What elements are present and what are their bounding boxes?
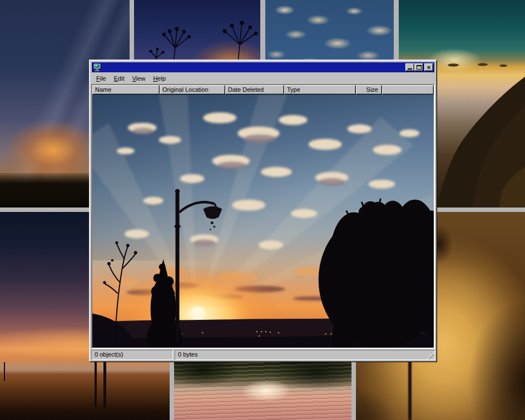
- status-object-count: 0 object(s): [91, 350, 173, 360]
- minimize-button[interactable]: [405, 63, 414, 71]
- column-header-date-deleted[interactable]: Date Deleted: [225, 85, 284, 95]
- window-controls: ×: [405, 63, 433, 71]
- status-bar: 0 object(s) 0 bytes: [91, 350, 435, 360]
- recycle-bin-window: × File Edit View Help Name Original Loca…: [89, 60, 437, 362]
- maximize-button[interactable]: [414, 63, 423, 71]
- column-header-original-location[interactable]: Original Location: [160, 85, 225, 95]
- water-pole: [95, 355, 97, 407]
- application-icon: [93, 63, 102, 71]
- menu-file[interactable]: File: [92, 74, 110, 83]
- water-pole: [4, 362, 5, 381]
- close-icon: ×: [427, 65, 430, 70]
- lamppost-pole-silhouette: [408, 358, 412, 420]
- column-header-blank[interactable]: [382, 85, 434, 95]
- status-total-size: 0 bytes: [175, 350, 435, 360]
- close-button[interactable]: ×: [424, 63, 433, 71]
- column-header-size[interactable]: Size: [356, 85, 382, 95]
- menu-view[interactable]: View: [128, 74, 150, 83]
- column-header-row: Name Original Location Date Deleted Type…: [92, 85, 434, 95]
- maximize-icon: [417, 65, 422, 70]
- menu-help[interactable]: Help: [149, 74, 170, 83]
- resize-grip[interactable]: [427, 352, 434, 359]
- sunset-streetlamp-photo: [92, 95, 434, 348]
- minimize-icon: [408, 65, 412, 70]
- menu-edit[interactable]: Edit: [110, 74, 128, 83]
- window-titlebar[interactable]: ×: [92, 62, 434, 72]
- column-header-type[interactable]: Type: [284, 85, 356, 95]
- file-list-view: Name Original Location Date Deleted Type…: [91, 84, 435, 349]
- list-content-area[interactable]: [92, 95, 434, 348]
- column-header-name[interactable]: Name: [92, 85, 160, 95]
- menu-bar: File Edit View Help: [91, 73, 435, 84]
